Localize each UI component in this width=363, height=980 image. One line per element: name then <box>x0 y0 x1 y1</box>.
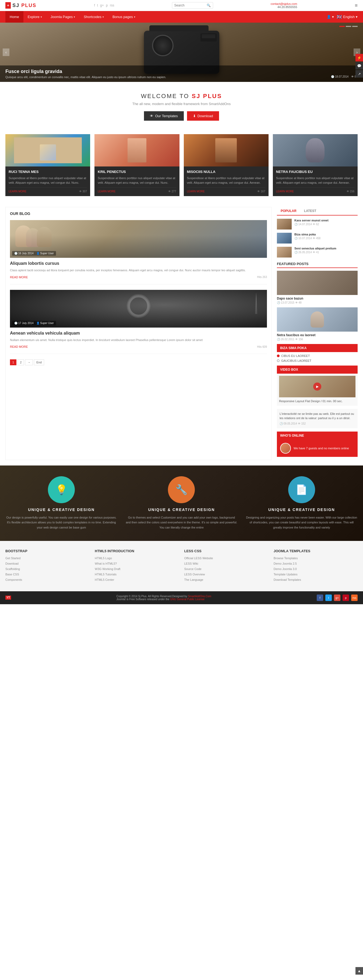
footer-pinterest-button[interactable]: p <box>342 595 349 601</box>
social-googleplus[interactable]: g+ <box>100 3 104 7</box>
hamburger-icon[interactable]: ≡ <box>355 3 358 8</box>
radio-icon[interactable] <box>277 360 280 362</box>
footer-copyright: Copyright © 2014 Sj Plus. All Rights Res… <box>117 595 211 601</box>
footer-link[interactable]: Download Templates <box>274 578 301 581</box>
blog-views-1: Hits 263 <box>257 275 267 278</box>
sidebar-post-1: Kara server munst oreet 🕐 14.07.2014 👁 6… <box>277 219 358 229</box>
footer-link[interactable]: Demo Joomla 2.5 <box>274 562 297 565</box>
blog-widget-text: L'interactivité ne se limite pas au web.… <box>280 412 355 420</box>
tab-latest[interactable]: LATEST <box>300 207 320 215</box>
footer-rss-button[interactable]: rss <box>351 595 358 601</box>
footer-link[interactable]: The Language <box>184 578 203 581</box>
card-views-1: 👁 307 <box>79 190 87 193</box>
footer-facebook-button[interactable]: f <box>317 595 323 601</box>
card-link-3[interactable]: LEARN MORE <box>187 190 205 193</box>
page-1-button[interactable]: 1 <box>10 360 16 365</box>
hero-meta: 🕐 18.07.2014 👁 82 <box>331 75 358 78</box>
footer-link[interactable]: W3G Working Draft <box>95 567 120 571</box>
feature-title-1: UNIQUE & CREATIVE DESIGN <box>5 508 117 512</box>
hero-dot-3[interactable] <box>352 26 358 27</box>
play-icon[interactable]: ▶ <box>313 382 321 391</box>
cards-section: RUCI TENNA MES Suspendisse at libero por… <box>0 129 363 202</box>
footer-link[interactable]: LESS Overview <box>184 573 205 576</box>
radio-icon[interactable] <box>277 355 280 357</box>
feature-1: 💡 UNIQUE & CREATIVE DESIGN Our design is… <box>5 476 117 530</box>
footer-list-1: Get Started Download Scaffolding Base CS… <box>5 556 89 582</box>
footer-link[interactable]: Template Updates <box>274 573 298 576</box>
content-area: OUR BLOG 🕐 16 July 2014 👤 Super User Ali… <box>0 202 363 466</box>
read-more-1[interactable]: READ MORE <box>10 275 28 279</box>
social-twitter[interactable]: t <box>97 3 98 7</box>
nav-user[interactable]: 👤 ▾ <box>327 15 334 19</box>
footer-link[interactable]: Browse Templates <box>274 557 298 560</box>
card-image-1 <box>5 134 90 167</box>
hero-dot-1[interactable] <box>339 26 345 27</box>
footer-link[interactable]: Source Code <box>184 567 201 571</box>
poll-header: BIZA SIMA POKA <box>277 344 358 352</box>
hero-dot-2[interactable] <box>346 26 351 27</box>
license-link[interactable]: GNU General Public License <box>170 598 204 601</box>
sticky-fire-button[interactable]: ⚡ <box>355 54 363 61</box>
footer-link[interactable]: HTML5 Tutorials <box>95 573 117 576</box>
sidebar-post-title-2: Biza sima poka <box>294 233 320 236</box>
sidebar-post-info-2: Biza sima poka 🕐 10.07.2014 👁 458 <box>294 233 320 240</box>
footer-link[interactable]: What is HTML5? <box>95 562 117 565</box>
nav-language[interactable]: 🇬🇧 English ▾ <box>337 14 358 19</box>
card-link-4[interactable]: LEARN MORE <box>276 190 294 193</box>
search-input[interactable] <box>174 3 207 7</box>
blog-post-meta-2: 🕐 17 July 2014 👤 Super User <box>12 321 56 325</box>
sticky-share-button[interactable]: ↗ <box>355 70 363 78</box>
footer-link[interactable]: Demo Joomla 3.0 <box>274 567 297 571</box>
nav-shortcodes[interactable]: Shortcodes ▾ <box>79 11 108 22</box>
footer-link[interactable]: Get Started <box>5 557 21 560</box>
page-next-button[interactable]: → <box>25 360 33 365</box>
hero-prev-button[interactable]: ‹ <box>3 48 10 56</box>
card-link-1[interactable]: LEARN MORE <box>9 190 26 193</box>
smartaddons-link[interactable]: SmartAddOns.Com <box>188 595 211 598</box>
video-thumbnail[interactable]: ▶ <box>279 376 355 397</box>
social-facebook[interactable]: f <box>94 3 95 7</box>
list-item: HTML5 Tutorials <box>95 573 179 576</box>
page-end-button[interactable]: End <box>34 360 44 365</box>
sticky-speech-button[interactable]: 💬 <box>355 62 363 70</box>
footer-link[interactable]: Official LESS Website <box>184 557 213 560</box>
list-item: Source Code <box>184 567 268 571</box>
nav-explore[interactable]: Explore ▾ <box>24 11 46 22</box>
footer-link[interactable]: LESS Wiki <box>184 562 198 565</box>
card-2: KRIL PENECTUS Suspendisse at libero port… <box>94 134 179 196</box>
nav-joomla[interactable]: Joomla Pages ▾ <box>46 11 79 22</box>
templates-button[interactable]: 👁 Our Templates <box>144 111 184 121</box>
blog-post-image-1: 🕐 16 July 2014 👤 Super User <box>10 220 267 258</box>
footer-link[interactable]: HTML5 Logo <box>95 557 112 560</box>
nav-home[interactable]: Home <box>5 11 24 22</box>
card-link-2[interactable]: LEARN MORE <box>98 190 116 193</box>
footer-link[interactable]: Download <box>5 562 19 565</box>
document-icon: 📄 <box>295 484 308 495</box>
page-2-button[interactable]: 2 <box>17 360 24 365</box>
blog-post-footer-1: READ MORE Hits 263 <box>10 275 267 279</box>
sidebar-post-meta-1: 🕐 14.07.2014 👁 62 <box>294 223 328 226</box>
social-rss[interactable]: rss <box>110 3 114 7</box>
social-pinterest[interactable]: p <box>106 3 108 7</box>
footer-link[interactable]: Components <box>5 578 22 581</box>
search-icon[interactable]: 🔍 <box>207 3 211 7</box>
nav-bonus[interactable]: Bonus pages ▾ <box>108 11 139 22</box>
list-item: LESS Wiki <box>184 562 268 565</box>
footer-link[interactable]: HTML5 Center <box>95 578 114 581</box>
search-bar[interactable]: 🔍 <box>172 2 213 9</box>
footer-link[interactable]: Scaffolding <box>5 567 20 571</box>
sidebar-post-info-3: Seni senectus aliquet pretium 🕐 26.05.20… <box>294 247 336 254</box>
download-button[interactable]: ⬇ Download <box>187 111 219 121</box>
footer-twitter-button[interactable]: t <box>325 595 332 601</box>
tab-popular[interactable]: POPULAR <box>277 207 300 215</box>
feature-text-2: Go to themes and select Customizer and y… <box>125 515 237 530</box>
contact-info: contact@sjplus.com 44.20.8555555 <box>271 2 297 9</box>
card-1: RUCI TENNA MES Suspendisse at libero por… <box>5 134 90 196</box>
sidebar-post-meta-2: 🕐 10.07.2014 👁 458 <box>294 237 320 240</box>
footer-googleplus-button[interactable]: g+ <box>334 595 341 601</box>
poll-item-1: CIBUS EU LAOREET <box>277 354 358 358</box>
card-image-4 <box>273 134 358 167</box>
welcome-subtext: The all new, modern and flexible framewo… <box>5 102 358 106</box>
footer-link[interactable]: Base CSS <box>5 573 19 576</box>
read-more-2[interactable]: READ MORE <box>10 345 28 348</box>
